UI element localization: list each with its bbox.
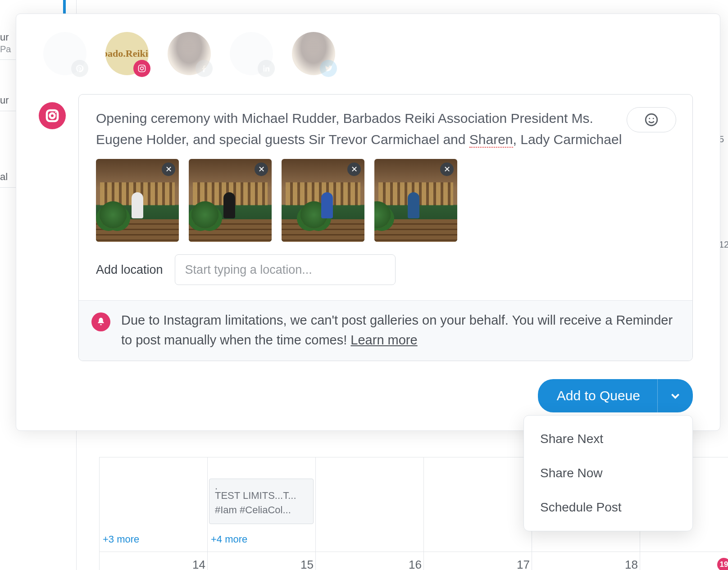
svg-point-8 <box>653 118 654 119</box>
calendar-cell[interactable] <box>315 457 423 570</box>
remove-attachment-button[interactable]: ✕ <box>440 163 454 176</box>
add-to-queue-button[interactable]: Add to Queue <box>538 379 693 412</box>
twitter-icon <box>320 60 337 77</box>
notice-text: Due to Instagram limitations, we can't p… <box>121 311 676 350</box>
add-to-queue-label: Add to Queue <box>538 379 658 412</box>
schedule-post-option[interactable]: Schedule Post <box>524 490 692 525</box>
account-facebook[interactable] <box>168 32 211 75</box>
calendar-row-separator <box>99 552 728 552</box>
svg-point-5 <box>55 112 56 113</box>
remove-attachment-button[interactable]: ✕ <box>255 163 268 176</box>
account-pinterest[interactable] <box>43 32 86 75</box>
compose-box: Opening ceremony with Michael Rudder, Ba… <box>78 94 693 361</box>
scheduled-post-line1: TEST LIMITS...T... <box>215 489 308 503</box>
facebook-icon <box>196 60 213 77</box>
day-number: 15 <box>296 558 314 570</box>
svg-rect-3 <box>47 110 58 121</box>
location-row: Add location <box>79 254 692 300</box>
linkedin-icon <box>258 60 275 77</box>
account-selector-row: ɔarbado. Reiki ·soci <box>16 14 720 75</box>
more-posts-link[interactable]: +4 more <box>211 534 247 545</box>
svg-point-6 <box>646 114 657 126</box>
spellcheck-word[interactable]: Sharen <box>469 132 513 148</box>
queue-dropdown-menu: Share Next Share Now Schedule Post <box>523 415 693 531</box>
learn-more-link[interactable]: Learn more <box>350 333 417 347</box>
chevron-down-icon <box>669 390 681 402</box>
svg-point-4 <box>50 113 55 118</box>
attachment-thumb[interactable]: ✕ <box>282 159 364 242</box>
location-label: Add location <box>96 263 163 277</box>
day-number: 18 <box>620 558 638 570</box>
bg-right-number: 12 <box>719 240 728 250</box>
location-input[interactable] <box>175 254 396 285</box>
compose-text[interactable]: Opening ceremony with Michael Rudder, Ba… <box>96 108 628 150</box>
emoji-button[interactable] <box>627 107 676 132</box>
queue-dropdown-toggle[interactable] <box>658 379 693 412</box>
attachment-thumb[interactable]: ✕ <box>374 159 457 242</box>
svg-point-7 <box>649 118 650 119</box>
instagram-icon <box>39 102 66 129</box>
attachment-thumb[interactable]: ✕ <box>189 159 272 242</box>
share-now-option[interactable]: Share Now <box>524 456 692 490</box>
attachment-thumb[interactable]: ✕ <box>96 159 179 242</box>
reiki-mid: Reiki <box>126 48 148 59</box>
account-twitter[interactable] <box>292 32 335 75</box>
instagram-icon <box>133 60 150 77</box>
reiki-bot: ·soci <box>148 48 149 59</box>
bell-icon <box>91 312 110 331</box>
remove-attachment-button[interactable]: ✕ <box>347 163 361 176</box>
more-posts-link[interactable]: +3 more <box>103 534 139 545</box>
svg-point-2 <box>144 66 145 67</box>
day-number: 17 <box>512 558 530 570</box>
day-badge: 19 <box>717 558 728 570</box>
scheduled-post-line2: #Iam #CeliaCol... <box>215 503 308 517</box>
compose-modal: ɔarbado. Reiki ·soci <box>16 14 720 431</box>
reiki-top: ɔarbado. <box>105 48 126 59</box>
svg-point-1 <box>141 67 144 70</box>
account-instagram[interactable]: ɔarbado. Reiki ·soci <box>105 32 149 75</box>
account-linkedin[interactable] <box>230 32 273 75</box>
instagram-notice: Due to Instagram limitations, we can't p… <box>79 300 692 361</box>
smile-icon <box>644 112 659 127</box>
day-number: 16 <box>404 558 422 570</box>
share-next-option[interactable]: Share Next <box>524 422 692 456</box>
pinterest-icon <box>71 60 88 77</box>
scheduled-post-card[interactable]: . TEST LIMITS...T... #Iam #CeliaCol... <box>209 479 314 524</box>
attachments-row: ✕ ✕ ✕ ✕ <box>79 159 692 254</box>
calendar-cell[interactable] <box>423 457 532 570</box>
remove-attachment-button[interactable]: ✕ <box>162 163 175 176</box>
day-number: 14 <box>187 558 205 570</box>
bg-right-number: 5 <box>719 134 728 145</box>
calendar-cell[interactable] <box>99 457 207 570</box>
